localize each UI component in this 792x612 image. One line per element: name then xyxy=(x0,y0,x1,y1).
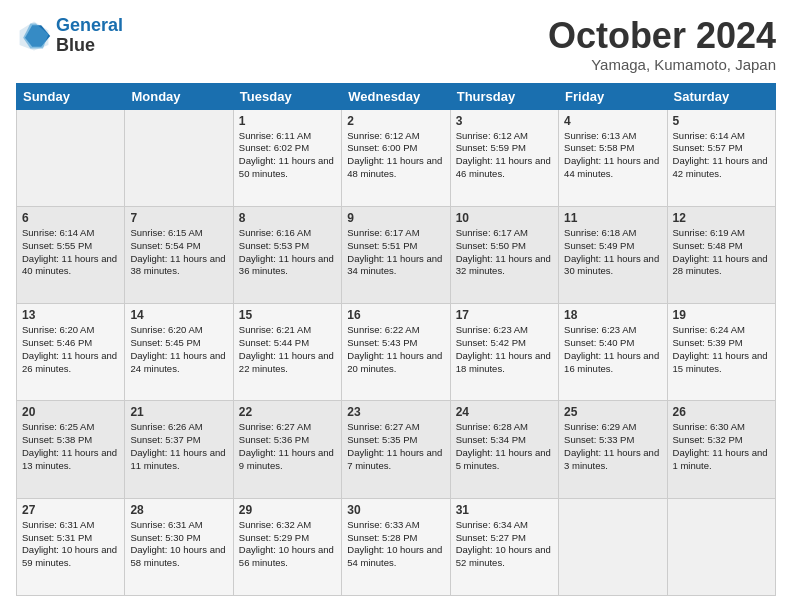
day-number: 14 xyxy=(130,308,227,322)
header: General Blue October 2024 Yamaga, Kumamo… xyxy=(16,16,776,73)
calendar-cell: 3Sunrise: 6:12 AM Sunset: 5:59 PM Daylig… xyxy=(450,109,558,206)
day-info: Sunrise: 6:30 AM Sunset: 5:32 PM Dayligh… xyxy=(673,421,770,472)
day-number: 8 xyxy=(239,211,336,225)
day-number: 28 xyxy=(130,503,227,517)
day-info: Sunrise: 6:17 AM Sunset: 5:50 PM Dayligh… xyxy=(456,227,553,278)
logo-icon xyxy=(16,18,52,54)
calendar-cell: 9Sunrise: 6:17 AM Sunset: 5:51 PM Daylig… xyxy=(342,206,450,303)
day-number: 24 xyxy=(456,405,553,419)
calendar-cell: 10Sunrise: 6:17 AM Sunset: 5:50 PM Dayli… xyxy=(450,206,558,303)
day-info: Sunrise: 6:29 AM Sunset: 5:33 PM Dayligh… xyxy=(564,421,661,472)
day-info: Sunrise: 6:28 AM Sunset: 5:34 PM Dayligh… xyxy=(456,421,553,472)
week-row-1: 1Sunrise: 6:11 AM Sunset: 6:02 PM Daylig… xyxy=(17,109,776,206)
day-number: 21 xyxy=(130,405,227,419)
calendar-cell: 5Sunrise: 6:14 AM Sunset: 5:57 PM Daylig… xyxy=(667,109,775,206)
logo: General Blue xyxy=(16,16,123,56)
calendar-cell: 19Sunrise: 6:24 AM Sunset: 5:39 PM Dayli… xyxy=(667,304,775,401)
weekday-header-friday: Friday xyxy=(559,83,667,109)
day-number: 4 xyxy=(564,114,661,128)
day-info: Sunrise: 6:13 AM Sunset: 5:58 PM Dayligh… xyxy=(564,130,661,181)
weekday-header-saturday: Saturday xyxy=(667,83,775,109)
calendar-cell: 6Sunrise: 6:14 AM Sunset: 5:55 PM Daylig… xyxy=(17,206,125,303)
day-number: 1 xyxy=(239,114,336,128)
title-area: October 2024 Yamaga, Kumamoto, Japan xyxy=(548,16,776,73)
week-row-2: 6Sunrise: 6:14 AM Sunset: 5:55 PM Daylig… xyxy=(17,206,776,303)
week-row-4: 20Sunrise: 6:25 AM Sunset: 5:38 PM Dayli… xyxy=(17,401,776,498)
calendar-cell: 26Sunrise: 6:30 AM Sunset: 5:32 PM Dayli… xyxy=(667,401,775,498)
day-info: Sunrise: 6:16 AM Sunset: 5:53 PM Dayligh… xyxy=(239,227,336,278)
day-number: 5 xyxy=(673,114,770,128)
day-number: 10 xyxy=(456,211,553,225)
day-number: 9 xyxy=(347,211,444,225)
day-number: 30 xyxy=(347,503,444,517)
day-number: 27 xyxy=(22,503,119,517)
calendar-cell: 8Sunrise: 6:16 AM Sunset: 5:53 PM Daylig… xyxy=(233,206,341,303)
day-info: Sunrise: 6:20 AM Sunset: 5:45 PM Dayligh… xyxy=(130,324,227,375)
weekday-header-row: SundayMondayTuesdayWednesdayThursdayFrid… xyxy=(17,83,776,109)
calendar-cell: 24Sunrise: 6:28 AM Sunset: 5:34 PM Dayli… xyxy=(450,401,558,498)
calendar-cell xyxy=(667,498,775,595)
calendar-cell: 15Sunrise: 6:21 AM Sunset: 5:44 PM Dayli… xyxy=(233,304,341,401)
calendar-cell xyxy=(125,109,233,206)
day-number: 25 xyxy=(564,405,661,419)
calendar-cell: 17Sunrise: 6:23 AM Sunset: 5:42 PM Dayli… xyxy=(450,304,558,401)
day-number: 11 xyxy=(564,211,661,225)
location: Yamaga, Kumamoto, Japan xyxy=(548,56,776,73)
day-number: 22 xyxy=(239,405,336,419)
calendar-cell: 25Sunrise: 6:29 AM Sunset: 5:33 PM Dayli… xyxy=(559,401,667,498)
calendar-table: SundayMondayTuesdayWednesdayThursdayFrid… xyxy=(16,83,776,596)
calendar-cell xyxy=(17,109,125,206)
weekday-header-monday: Monday xyxy=(125,83,233,109)
day-info: Sunrise: 6:22 AM Sunset: 5:43 PM Dayligh… xyxy=(347,324,444,375)
calendar-cell: 2Sunrise: 6:12 AM Sunset: 6:00 PM Daylig… xyxy=(342,109,450,206)
weekday-header-wednesday: Wednesday xyxy=(342,83,450,109)
day-number: 12 xyxy=(673,211,770,225)
calendar-cell xyxy=(559,498,667,595)
day-info: Sunrise: 6:20 AM Sunset: 5:46 PM Dayligh… xyxy=(22,324,119,375)
day-info: Sunrise: 6:31 AM Sunset: 5:30 PM Dayligh… xyxy=(130,519,227,570)
day-number: 15 xyxy=(239,308,336,322)
week-row-3: 13Sunrise: 6:20 AM Sunset: 5:46 PM Dayli… xyxy=(17,304,776,401)
day-info: Sunrise: 6:18 AM Sunset: 5:49 PM Dayligh… xyxy=(564,227,661,278)
day-number: 17 xyxy=(456,308,553,322)
calendar-cell: 11Sunrise: 6:18 AM Sunset: 5:49 PM Dayli… xyxy=(559,206,667,303)
page: General Blue October 2024 Yamaga, Kumamo… xyxy=(0,0,792,612)
day-info: Sunrise: 6:15 AM Sunset: 5:54 PM Dayligh… xyxy=(130,227,227,278)
calendar-cell: 7Sunrise: 6:15 AM Sunset: 5:54 PM Daylig… xyxy=(125,206,233,303)
day-info: Sunrise: 6:21 AM Sunset: 5:44 PM Dayligh… xyxy=(239,324,336,375)
day-info: Sunrise: 6:19 AM Sunset: 5:48 PM Dayligh… xyxy=(673,227,770,278)
calendar-cell: 20Sunrise: 6:25 AM Sunset: 5:38 PM Dayli… xyxy=(17,401,125,498)
weekday-header-sunday: Sunday xyxy=(17,83,125,109)
day-number: 23 xyxy=(347,405,444,419)
day-info: Sunrise: 6:33 AM Sunset: 5:28 PM Dayligh… xyxy=(347,519,444,570)
calendar-cell: 31Sunrise: 6:34 AM Sunset: 5:27 PM Dayli… xyxy=(450,498,558,595)
calendar-cell: 22Sunrise: 6:27 AM Sunset: 5:36 PM Dayli… xyxy=(233,401,341,498)
day-info: Sunrise: 6:23 AM Sunset: 5:42 PM Dayligh… xyxy=(456,324,553,375)
day-number: 31 xyxy=(456,503,553,517)
day-info: Sunrise: 6:23 AM Sunset: 5:40 PM Dayligh… xyxy=(564,324,661,375)
day-info: Sunrise: 6:27 AM Sunset: 5:36 PM Dayligh… xyxy=(239,421,336,472)
calendar-cell: 29Sunrise: 6:32 AM Sunset: 5:29 PM Dayli… xyxy=(233,498,341,595)
calendar-cell: 1Sunrise: 6:11 AM Sunset: 6:02 PM Daylig… xyxy=(233,109,341,206)
month-title: October 2024 xyxy=(548,16,776,56)
calendar-cell: 14Sunrise: 6:20 AM Sunset: 5:45 PM Dayli… xyxy=(125,304,233,401)
day-info: Sunrise: 6:27 AM Sunset: 5:35 PM Dayligh… xyxy=(347,421,444,472)
day-number: 6 xyxy=(22,211,119,225)
day-info: Sunrise: 6:32 AM Sunset: 5:29 PM Dayligh… xyxy=(239,519,336,570)
day-info: Sunrise: 6:11 AM Sunset: 6:02 PM Dayligh… xyxy=(239,130,336,181)
day-info: Sunrise: 6:24 AM Sunset: 5:39 PM Dayligh… xyxy=(673,324,770,375)
day-number: 13 xyxy=(22,308,119,322)
day-info: Sunrise: 6:14 AM Sunset: 5:55 PM Dayligh… xyxy=(22,227,119,278)
day-info: Sunrise: 6:12 AM Sunset: 5:59 PM Dayligh… xyxy=(456,130,553,181)
calendar-cell: 12Sunrise: 6:19 AM Sunset: 5:48 PM Dayli… xyxy=(667,206,775,303)
calendar-cell: 21Sunrise: 6:26 AM Sunset: 5:37 PM Dayli… xyxy=(125,401,233,498)
calendar-cell: 27Sunrise: 6:31 AM Sunset: 5:31 PM Dayli… xyxy=(17,498,125,595)
day-info: Sunrise: 6:14 AM Sunset: 5:57 PM Dayligh… xyxy=(673,130,770,181)
day-number: 20 xyxy=(22,405,119,419)
day-info: Sunrise: 6:31 AM Sunset: 5:31 PM Dayligh… xyxy=(22,519,119,570)
logo-text: General Blue xyxy=(56,16,123,56)
day-number: 2 xyxy=(347,114,444,128)
calendar-cell: 13Sunrise: 6:20 AM Sunset: 5:46 PM Dayli… xyxy=(17,304,125,401)
week-row-5: 27Sunrise: 6:31 AM Sunset: 5:31 PM Dayli… xyxy=(17,498,776,595)
day-info: Sunrise: 6:34 AM Sunset: 5:27 PM Dayligh… xyxy=(456,519,553,570)
